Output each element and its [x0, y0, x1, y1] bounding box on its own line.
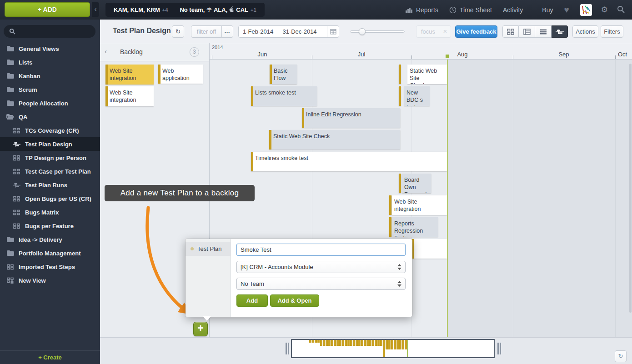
month-label-jun: Jun — [258, 51, 267, 58]
add-and-open-button[interactable]: Add & Open — [270, 294, 319, 307]
sidebar-item-imported-test-steps[interactable]: Imported Test Steps — [0, 260, 100, 274]
search-icon[interactable] — [617, 5, 625, 15]
team-select[interactable]: No Team — [236, 278, 406, 290]
timeline-card-static-web-site-check[interactable]: Static Web Site Check — [269, 130, 400, 150]
sidebar-item-kanban[interactable]: Kanban — [0, 69, 100, 83]
timeline-card-reports[interactable]: Reports Regression Testing — [392, 217, 438, 237]
reports-menu-item[interactable]: Reports — [406, 6, 438, 14]
card-color-strip — [251, 152, 253, 171]
month-tick — [212, 55, 212, 59]
sidebar-collapse-button[interactable]: ‹ — [92, 2, 99, 17]
focus-close-button[interactable]: × — [440, 25, 451, 38]
team-a-label: ALA, — [214, 6, 227, 13]
zoom-slider-handle[interactable] — [359, 28, 366, 35]
actions-button[interactable]: Actions — [572, 25, 598, 38]
minimap-refresh-button[interactable]: ↻ — [615, 350, 627, 362]
timeline-card-web-site-integration[interactable]: Web Site integration — [392, 195, 447, 215]
minimap-right-handle[interactable] — [497, 343, 499, 354]
card-label: New BDC s test — [404, 86, 430, 106]
heart-icon[interactable]: ♥ — [564, 5, 569, 15]
popup-tail — [203, 316, 211, 321]
activity-menu-item[interactable]: Activity — [503, 6, 523, 14]
test-plan-name-input[interactable] — [236, 244, 406, 256]
sidebar-item-label: Lists — [19, 59, 32, 66]
date-range-input[interactable] — [239, 28, 327, 35]
sidebar-item-bugs-per-feature[interactable]: Bugs per Feature — [0, 219, 100, 233]
calendar-icon[interactable] — [327, 26, 339, 37]
filters-button[interactable]: Filters — [601, 25, 623, 38]
minimap[interactable] — [291, 339, 495, 358]
main-area: Test Plan Design ↻ filter off … focus × … — [100, 20, 632, 364]
timeline-view-button[interactable] — [552, 25, 568, 38]
buy-menu-item[interactable]: Buy — [542, 6, 553, 14]
sidebar-item-qa[interactable]: QA — [0, 110, 100, 124]
timeline-card-board-own[interactable]: Board Own Regression — [402, 174, 431, 193]
add-button[interactable]: Add — [236, 294, 268, 307]
sidebar-item-bugs-matrix[interactable]: Bugs Matrix — [0, 205, 100, 219]
list-view-button[interactable] — [519, 25, 535, 38]
board-view-button[interactable] — [502, 25, 519, 38]
sidebar-item-new-view[interactable]: New View — [0, 274, 100, 287]
minimap-density-bar — [353, 340, 355, 346]
sidebar-item-scrum[interactable]: Scrum — [0, 83, 100, 96]
timeline-card-inline-edit-regression[interactable]: Inline Edit Regression — [302, 108, 400, 128]
timeline-card-new-bdc-s[interactable]: New BDC s test — [404, 86, 430, 106]
gear-icon[interactable]: ⚙ — [601, 5, 608, 15]
entity-test-plan[interactable]: Test Plan — [186, 242, 231, 256]
time-sheet-menu-item[interactable]: Time Sheet — [449, 6, 492, 14]
add-test-plan-plus-button[interactable]: + — [193, 322, 208, 336]
timeline-card-partial[interactable] — [411, 239, 447, 259]
sidebar-search-input[interactable] — [4, 25, 95, 38]
sidebar-item-test-plan-runs[interactable]: Test Plan Runs — [0, 178, 100, 192]
project-select[interactable]: [K] CRM - Accounts Module — [236, 261, 406, 273]
annotation-tooltip: Add a new Test Plan to a backlog — [105, 185, 255, 201]
sidebar-item-lists[interactable]: Lists — [0, 55, 100, 69]
vertical-scrollbar[interactable] — [629, 64, 632, 313]
avatar[interactable] — [580, 4, 592, 16]
create-button[interactable]: + Create — [0, 350, 100, 364]
minimap-right-handle[interactable] — [500, 343, 501, 354]
month-label-aug: Aug — [457, 51, 467, 58]
rows-view-button[interactable] — [535, 25, 552, 38]
timeline-card-basic-flow[interactable]: Basic Flow — [270, 65, 297, 84]
team-selector[interactable]: KAM, KLM, KRM +4 No team, ☂ ALA, CAL +1 — [105, 3, 265, 17]
rows-view-icon — [540, 29, 547, 35]
board-icon — [13, 169, 20, 175]
sidebar-item-test-case-per-test-plan[interactable]: Test Case per Test Plan — [0, 165, 100, 178]
focus-button[interactable]: focus — [416, 25, 440, 38]
filter-button[interactable]: filter off — [191, 25, 222, 38]
sidebar-item-tcs-coverage-cr[interactable]: TCs Coverage (CR) — [0, 124, 100, 137]
minimap-density-bar — [361, 340, 363, 346]
sidebar-item-tp-design-per-person[interactable]: TP Design per Person — [0, 151, 100, 165]
entity-dot-icon — [191, 247, 194, 250]
select-stepper-icon — [397, 281, 401, 287]
board-icon — [6, 264, 14, 270]
minimap-left-handle[interactable] — [286, 343, 287, 354]
sidebar-item-people-allocation[interactable]: People Allocation — [0, 96, 100, 110]
sidebar-item-idea-delivery[interactable]: Idea -> Delivery — [0, 233, 100, 246]
backlog-collapse-button[interactable]: ‹ — [105, 47, 107, 55]
sidebar-item-label: Portfolio Management — [19, 250, 81, 257]
card-color-strip — [302, 108, 304, 128]
sidebar-item-general-views[interactable]: General Views — [0, 42, 100, 55]
timeline-card-timelines-smoke-test[interactable]: Timelines smoke test — [251, 152, 447, 171]
sidebar-item-label: TCs Coverage (CR) — [25, 127, 79, 134]
minimap-left-handle[interactable] — [288, 343, 289, 354]
timeline-card-web-application[interactable]: Web application — [158, 65, 203, 84]
add-button[interactable]: + ADD — [5, 2, 90, 17]
refresh-button[interactable]: ↻ — [172, 25, 184, 38]
sidebar-item-open-bugs-per-us-cr[interactable]: Open Bugs per US (CR) — [0, 192, 100, 205]
zoom-slider[interactable] — [350, 30, 405, 33]
more-options-button[interactable]: … — [221, 25, 233, 38]
today-marker-square — [446, 55, 449, 58]
month-tick — [312, 55, 312, 59]
timeline-card-static-web-site[interactable]: Static Web Site Check — [407, 65, 447, 84]
minimap-density-bar — [386, 340, 388, 349]
give-feedback-button[interactable]: Give feedback — [455, 25, 497, 38]
timeline-card-web-site-integration[interactable]: Web Site integration — [105, 86, 154, 106]
sidebar-item-label: Test Case per Test Plan — [25, 168, 91, 175]
sidebar-item-test-plan-design[interactable]: Test Plan Design — [0, 137, 100, 151]
sidebar-item-portfolio-management[interactable]: Portfolio Management — [0, 246, 100, 260]
timeline-card-lists-smoke-test[interactable]: Lists smoke test — [251, 86, 317, 106]
timeline-card-web-site-integration[interactable]: Web Site integration — [105, 65, 154, 85]
